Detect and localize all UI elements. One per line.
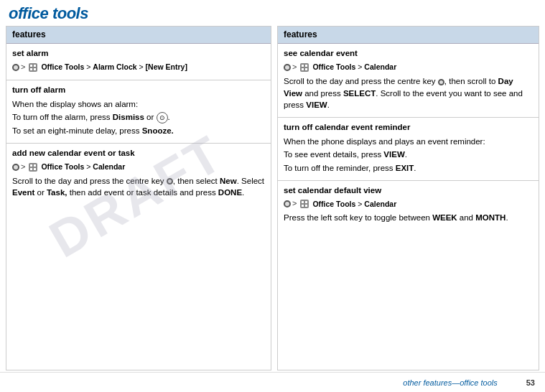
turn-off-alarm-section: turn off alarm When the display shows an… xyxy=(6,80,271,144)
right-column: features see calendar event > Offic xyxy=(277,26,539,370)
turn-off-alarm-p2: To turn off the alarm, press Dismiss or … xyxy=(12,111,265,123)
see-calendar-p1: Scroll to the day and press the centre k… xyxy=(284,75,533,111)
set-default-view-p1: Press the left soft key to toggle betwee… xyxy=(284,212,533,224)
turn-off-alarm-p3: To set an eight-minute delay, press Snoo… xyxy=(12,125,265,137)
set-alarm-section: set alarm > Office Tools > Alarm Clock >… xyxy=(6,44,271,80)
set-default-view-title: set calendar default view xyxy=(284,185,533,197)
turn-off-reminder-p2: To see event details, press VIEW. xyxy=(284,149,533,161)
footer-nav-text: other features—office tools xyxy=(403,378,497,387)
tools-icon3 xyxy=(299,62,310,73)
page-footer: other features—office tools 53 xyxy=(0,372,545,392)
svg-rect-19 xyxy=(305,205,307,207)
centre-dot-icon2 xyxy=(438,79,444,85)
main-content: features set alarm > Office Tools > xyxy=(0,26,545,370)
svg-rect-12 xyxy=(305,65,307,67)
see-calendar-nav: > Office Tools > Calendar xyxy=(284,62,533,73)
tools-icon2 xyxy=(27,162,39,173)
svg-rect-7 xyxy=(34,164,36,167)
set-alarm-nav: > Office Tools > Alarm Clock > [New Entr… xyxy=(12,62,265,73)
svg-rect-17 xyxy=(305,201,307,203)
turn-off-reminder-section: turn off calendar event reminder When th… xyxy=(278,118,539,181)
nav-dot-icon xyxy=(12,64,19,71)
svg-rect-3 xyxy=(30,68,32,70)
svg-rect-2 xyxy=(34,65,36,67)
svg-rect-0 xyxy=(29,63,37,72)
dismiss-icon: ⊙ xyxy=(157,112,168,123)
add-calendar-section: add new calendar event or task > Office … xyxy=(6,144,271,205)
left-column: features set alarm > Office Tools > xyxy=(6,26,271,370)
svg-rect-18 xyxy=(302,205,304,207)
svg-rect-5 xyxy=(29,163,37,172)
page-header: office tools xyxy=(0,0,545,26)
page-title: office tools xyxy=(9,4,536,23)
turn-off-reminder-p1: When the phone displays and plays an eve… xyxy=(284,136,533,148)
svg-rect-8 xyxy=(30,168,32,170)
svg-rect-4 xyxy=(34,68,36,70)
svg-rect-14 xyxy=(305,68,307,70)
svg-rect-10 xyxy=(300,63,309,72)
page-number: 53 xyxy=(526,378,535,387)
nav-dot-icon4 xyxy=(284,200,291,207)
centre-dot-icon xyxy=(167,178,173,185)
see-calendar-section: see calendar event > Office Tools > Cale… xyxy=(278,44,539,118)
svg-rect-1 xyxy=(30,65,32,67)
add-calendar-nav: > Office Tools > Calendar xyxy=(12,162,265,173)
tools-icon xyxy=(27,62,39,73)
right-features-header: features xyxy=(278,27,539,44)
svg-rect-9 xyxy=(34,168,36,170)
see-calendar-title: see calendar event xyxy=(284,47,533,60)
turn-off-reminder-title: turn off calendar event reminder xyxy=(284,121,533,134)
svg-rect-13 xyxy=(302,68,304,70)
turn-off-alarm-title: turn off alarm xyxy=(12,84,265,96)
turn-off-alarm-p1: When the display shows an alarm: xyxy=(12,98,265,111)
tools-icon4 xyxy=(299,198,310,210)
set-default-view-section: set calendar default view > Office Tools… xyxy=(278,181,539,230)
turn-off-reminder-p3: To turn off the reminder, press EXIT. xyxy=(284,162,533,174)
svg-rect-15 xyxy=(300,200,309,208)
set-alarm-title: set alarm xyxy=(12,47,265,60)
set-default-view-nav: > Office Tools > Calendar xyxy=(284,198,533,210)
nav-dot-icon3 xyxy=(284,64,291,71)
svg-rect-16 xyxy=(302,201,304,203)
svg-rect-11 xyxy=(302,65,304,67)
left-features-header: features xyxy=(6,27,271,44)
add-calendar-p1: Scroll to the day and press the centre k… xyxy=(12,175,265,199)
add-calendar-title: add new calendar event or task xyxy=(12,147,265,159)
nav-dot-icon2 xyxy=(12,164,19,171)
svg-rect-6 xyxy=(30,164,32,167)
